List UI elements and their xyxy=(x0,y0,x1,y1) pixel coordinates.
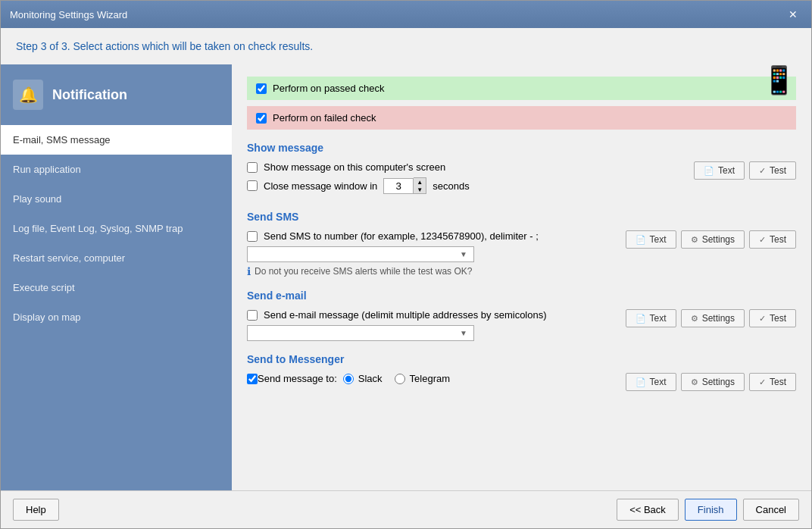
close-window-label: Close message window in xyxy=(264,180,377,192)
close-window-row: Close message window in ▲ ▼ seconds xyxy=(247,177,470,194)
seconds-spinner: ▲ ▼ xyxy=(383,177,426,194)
spinner-up-button[interactable]: ▲ xyxy=(414,178,426,186)
send-sms-checkbox[interactable] xyxy=(247,231,258,242)
send-messenger-title: Send to Messenger xyxy=(247,353,796,365)
perform-failed-row: Perform on failed check xyxy=(247,106,796,130)
send-email-checkbox-row: Send e-mail message (delimit multiple ad… xyxy=(247,309,547,321)
sidebar: 🔔 Notification E-mail, SMS message Run a… xyxy=(1,64,232,490)
show-on-screen-row: Show message on this computer's screen xyxy=(247,161,470,173)
messenger-radio-group: Slack Telegram xyxy=(343,373,450,384)
send-sms-left: Send SMS to number (for example, 1234567… xyxy=(247,230,539,262)
test-icon: ✓ xyxy=(759,166,766,176)
send-sms-section: Send SMS Send SMS to number (for example… xyxy=(247,211,796,277)
chevron-down-icon: ▼ xyxy=(460,250,467,258)
perform-failed-checkbox[interactable] xyxy=(256,113,267,124)
sms-text-button[interactable]: 📄 Text xyxy=(626,230,676,249)
email-text-button[interactable]: 📄 Text xyxy=(626,309,676,327)
help-button[interactable]: Help xyxy=(13,499,59,521)
sms-dropdown[interactable]: ▼ xyxy=(247,246,474,262)
telegram-radio[interactable] xyxy=(395,374,405,384)
text-icon: 📄 xyxy=(636,314,646,324)
sidebar-header: 🔔 Notification xyxy=(1,64,232,125)
send-messenger-section: Send to Messenger Send message to: Slack xyxy=(247,353,796,391)
show-on-screen-label: Show message on this computer's screen xyxy=(264,161,445,173)
messenger-row: Send message to: Slack Telegram xyxy=(247,373,450,384)
email-dropdown[interactable]: ▼ xyxy=(247,325,474,341)
sidebar-item-display-map[interactable]: Display on map xyxy=(1,302,232,332)
show-message-left: Show message on this computer's screen C… xyxy=(247,161,470,199)
seconds-input[interactable] xyxy=(383,178,414,194)
test-icon: ✓ xyxy=(759,377,766,387)
perform-passed-row: Perform on passed check xyxy=(247,77,796,100)
text-icon: 📄 xyxy=(636,377,646,387)
footer-right: << Back Finish Cancel xyxy=(617,499,799,521)
title-bar: Monitoring Settings Wizard ✕ xyxy=(1,1,811,28)
sidebar-item-log-file[interactable]: Log file, Event Log, Syslog, SNMP trap xyxy=(1,214,232,243)
info-icon: ℹ xyxy=(247,265,251,277)
cancel-button[interactable]: Cancel xyxy=(743,499,799,521)
messenger-text-button[interactable]: 📄 Text xyxy=(626,373,676,391)
show-message-section: Show message Show message on this comput… xyxy=(247,142,796,199)
settings-icon: ⚙ xyxy=(691,314,698,324)
back-button[interactable]: << Back xyxy=(617,499,679,521)
perform-failed-label: Perform on failed check xyxy=(273,112,376,124)
send-email-checkbox[interactable] xyxy=(247,310,258,321)
settings-icon: ⚙ xyxy=(691,377,698,387)
show-on-screen-checkbox[interactable] xyxy=(247,162,258,173)
show-message-actions: 📄 Text ✓ Test xyxy=(694,161,796,180)
send-sms-label: Send SMS to number (for example, 1234567… xyxy=(264,230,539,242)
slack-radio-label: Slack xyxy=(343,373,383,384)
sidebar-item-restart[interactable]: Restart service, computer xyxy=(1,243,232,273)
test-icon: ✓ xyxy=(759,235,766,245)
finish-button[interactable]: Finish xyxy=(685,499,737,521)
main-panel: 📱 Perform on passed check Perform on fai… xyxy=(232,64,811,490)
sidebar-item-email-sms[interactable]: E-mail, SMS message xyxy=(1,125,232,155)
send-sms-actions: 📄 Text ⚙ Settings ✓ Test xyxy=(626,230,796,249)
email-settings-button[interactable]: ⚙ Settings xyxy=(681,309,745,327)
slack-radio[interactable] xyxy=(343,374,354,384)
spinner-buttons: ▲ ▼ xyxy=(414,177,426,194)
sidebar-item-play-sound[interactable]: Play sound xyxy=(1,184,232,214)
send-email-label: Send e-mail message (delimit multiple ad… xyxy=(264,309,547,321)
sidebar-item-run-app[interactable]: Run application xyxy=(1,155,232,184)
spinner-down-button[interactable]: ▼ xyxy=(414,186,426,193)
step-header: Step 3 of 3. Select actions which will b… xyxy=(1,28,811,64)
send-messenger-actions: 📄 Text ⚙ Settings ✓ Test xyxy=(626,373,796,391)
notification-icon: 🔔 xyxy=(13,80,43,110)
sms-settings-button[interactable]: ⚙ Settings xyxy=(681,230,745,249)
send-sms-title: Send SMS xyxy=(247,211,796,223)
sms-info: ℹ Do not you receive SMS alerts while th… xyxy=(247,265,796,277)
close-button[interactable]: ✕ xyxy=(784,7,802,22)
perform-passed-checkbox[interactable] xyxy=(256,83,267,94)
show-message-title: Show message xyxy=(247,142,796,154)
send-email-title: Send e-mail xyxy=(247,290,796,302)
send-email-left: Send e-mail message (delimit multiple ad… xyxy=(247,309,547,341)
email-test-button[interactable]: ✓ Test xyxy=(749,309,796,327)
text-icon: 📄 xyxy=(636,235,646,245)
messenger-settings-button[interactable]: ⚙ Settings xyxy=(681,373,745,391)
send-email-section: Send e-mail Send e-mail message (delimit… xyxy=(247,290,796,341)
seconds-label: seconds xyxy=(433,180,469,192)
window-title: Monitoring Settings Wizard xyxy=(10,9,127,20)
main-window: Monitoring Settings Wizard ✕ Step 3 of 3… xyxy=(0,0,812,529)
perform-passed-label: Perform on passed check xyxy=(273,83,384,94)
sidebar-item-execute-script[interactable]: Execute script xyxy=(1,273,232,302)
footer: Help << Back Finish Cancel xyxy=(1,490,811,528)
phone-icon: 📱 xyxy=(762,64,796,96)
settings-icon: ⚙ xyxy=(691,235,698,245)
sms-test-button[interactable]: ✓ Test xyxy=(749,230,796,249)
send-messenger-left: Send message to: Slack Telegram xyxy=(247,373,450,389)
send-messenger-checkbox[interactable] xyxy=(247,374,258,384)
send-sms-checkbox-row: Send SMS to number (for example, 1234567… xyxy=(247,230,539,242)
messenger-test-button[interactable]: ✓ Test xyxy=(749,373,796,391)
telegram-radio-label: Telegram xyxy=(395,373,450,384)
test-icon: ✓ xyxy=(759,314,766,324)
close-window-checkbox[interactable] xyxy=(247,180,258,191)
show-message-test-button[interactable]: ✓ Test xyxy=(749,161,796,180)
text-icon: 📄 xyxy=(704,166,714,176)
chevron-down-icon: ▼ xyxy=(460,329,467,337)
content-area: 🔔 Notification E-mail, SMS message Run a… xyxy=(1,64,811,490)
send-email-actions: 📄 Text ⚙ Settings ✓ Test xyxy=(626,309,796,327)
show-message-text-button[interactable]: 📄 Text xyxy=(694,161,745,180)
send-messenger-label: Send message to: xyxy=(258,373,337,384)
